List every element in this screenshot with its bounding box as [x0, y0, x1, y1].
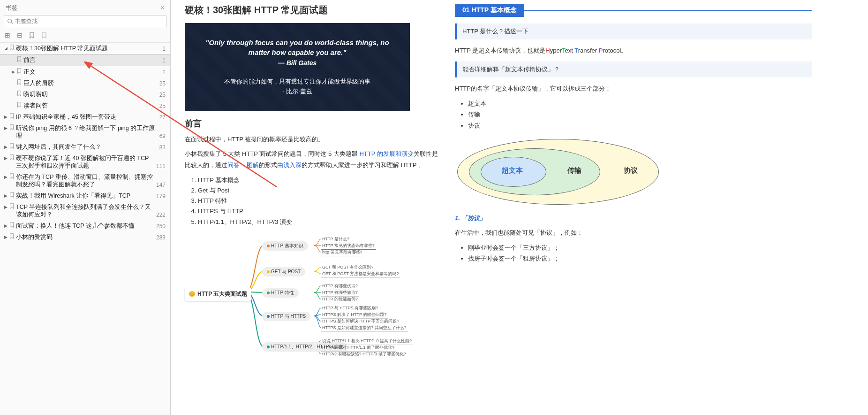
bookmark-ribbon-icon	[17, 56, 22, 62]
tree-row[interactable]: 前言1	[0, 54, 170, 66]
article-column-left: 硬核！30张图解 HTTP 常见面试题 "Only through focus …	[171, 0, 452, 415]
tree-row[interactable]: ▶硬不硬你说了算！近 40 张图解被问千百遍的 TCP 三次握手和四次挥手面试题…	[0, 153, 170, 171]
chevron-icon[interactable]: ▶	[3, 233, 8, 241]
tree-label: 硬不硬你说了算！近 40 张图解被问千百遍的 TCP 三次握手和四次挥手面试题	[16, 154, 153, 169]
tree-label: 你还在为 TCP 重传、滑动窗口、流量控制、拥塞控制发愁吗？看完图解就不愁了	[16, 173, 153, 188]
tree-page-number: 111	[156, 163, 166, 169]
subheading-1: 1. 「协议」	[455, 213, 812, 223]
list-item: 超文本	[468, 98, 812, 109]
tree-label: 键入网址后，其间发生了什么？	[16, 143, 157, 151]
chevron-icon[interactable]: ◢	[3, 45, 8, 52]
bookmark-ribbon-icon	[9, 124, 14, 130]
close-icon[interactable]: ×	[160, 4, 165, 12]
mindmap-leaf: GET 和 POST 方法都是安全和幂等的吗?	[321, 270, 400, 278]
tree-row[interactable]: ▶正文2	[0, 66, 170, 77]
tree-row[interactable]: ▶面试官：换人！他连 TCP 这几个参数都不懂250	[0, 220, 170, 231]
hero-quote-image: "Only through focus can you do world-cla…	[185, 23, 410, 111]
answer-list-1: 超文本传输协议	[455, 98, 812, 131]
answer-para-2: HTTP的名字「超文本协议传输」，它可以拆成三个部分：	[455, 83, 812, 94]
banner-line	[524, 10, 812, 11]
chevron-icon[interactable]: ▶	[3, 154, 8, 162]
sidebar-toolbar: ⊞ ⊟	[0, 30, 170, 43]
list-item: 刚毕业时会签一个「三方协议」；	[468, 242, 812, 253]
main-content: 硬核！30张图解 HTTP 常见面试题 "Only through focus …	[171, 0, 868, 415]
article-title: 硬核！30张图解 HTTP 常见面试题	[185, 4, 438, 16]
tree-label: IP 基础知识全家桶，45 张图一套带走	[16, 113, 157, 121]
venn-diagram: 超文本 传输 协议	[455, 137, 661, 207]
mindmap-image: 😊HTTP 五大类面试题HTTP 基本知识HTTP 是什么?HTTP 常见的状态…	[185, 232, 410, 354]
tree-label: 读者问答	[23, 102, 157, 109]
tree-page-number: 250	[156, 223, 166, 230]
mindmap-branch: HTTP 与 HTTPS	[262, 312, 310, 321]
quote-chinese: 不管你的能力如何，只有透过专注你才能做世界级的事 - 比尔·盖兹	[224, 77, 370, 97]
tree-page-number: 147	[156, 182, 166, 188]
venn-label-3: 协议	[624, 166, 638, 175]
mindmap-root: 😊HTTP 五大类面试题	[185, 287, 251, 301]
venn-label-1: 超文本	[502, 166, 523, 175]
bookmark-ribbon-icon	[9, 203, 14, 209]
tree-page-number: 1	[162, 57, 166, 64]
venn-label-2: 传输	[567, 166, 581, 175]
chevron-icon[interactable]: ▶	[3, 173, 8, 181]
tree-row[interactable]: ▶听说你 ping 用的很 6 ？给我图解一下 ping 的工作原理69	[0, 123, 170, 141]
bookmark-ribbon-icon	[9, 45, 14, 50]
answer-list-2: 刚毕业时会签一个「三方协议」；找房子时会签一个「租房协议」；	[455, 242, 812, 264]
sidebar-header: 书签 ×	[0, 0, 170, 15]
chevron-icon[interactable]: ▶	[10, 68, 16, 76]
bookmark-ribbon-icon	[9, 192, 14, 198]
tree-row[interactable]: ▶键入网址后，其间发生了什么？83	[0, 141, 170, 153]
quote-english: "Only through focus can you do world-cla…	[199, 38, 396, 57]
bookmark-ribbon-icon	[17, 102, 22, 108]
bookmark-icon[interactable]	[29, 32, 35, 39]
list-item: HTTP/1.1、HTTP/2、HTTP/3 演变	[198, 217, 438, 227]
chevron-icon[interactable]: ▶	[3, 143, 8, 151]
tree-page-number: 27	[159, 114, 166, 121]
svg-point-0	[8, 19, 12, 23]
chevron-icon[interactable]: ▶	[3, 113, 8, 121]
para-3: 在生活中，我们也能随处可见「协议」，例如：	[455, 227, 812, 238]
bookmarks-sidebar: 书签 × ⊞ ⊟ ◢硬核！30张图解 HTTP 常见面试题1前言1▶正文2巨人的…	[0, 0, 171, 415]
toolbar-icon-1[interactable]: ⊞	[5, 32, 10, 39]
tree-row[interactable]: ▶你还在为 TCP 重传、滑动窗口、流量控制、拥塞控制发愁吗？看完图解就不愁了1…	[0, 171, 170, 190]
tree-row[interactable]: 巨人的肩膀25	[0, 77, 170, 89]
toolbar-icon-2[interactable]: ⊟	[17, 32, 23, 39]
section-banner: 01 HTTP 基本概念	[455, 4, 812, 17]
tree-row[interactable]: ▶TCP 半连接队列和全连接队列满了会发生什么？又该如何应对？222	[0, 201, 170, 220]
bookmark-outline-icon[interactable]	[41, 32, 47, 39]
mindmap-leaf: HTTP 的性能如何?	[321, 296, 359, 303]
tree-row[interactable]: 读者问答25	[0, 100, 170, 111]
tree-label: 巨人的肩膀	[23, 79, 157, 87]
tree-page-number: 179	[156, 193, 166, 200]
question-block-2: 能否详细解释「超文本传输协议」？	[455, 61, 812, 77]
mindmap-branch: HTTP 特性	[262, 288, 299, 298]
tree-label: 正文	[23, 68, 159, 76]
list-item: 协议	[468, 120, 812, 131]
tree-row[interactable]: ◢硬核！30张图解 HTTP 常见面试题1	[0, 43, 170, 54]
search-box[interactable]	[4, 15, 166, 27]
preface-ordered-list: HTTP 基本概念Get 与 PostHTTP 特性HTTPS 与 HTTPHT…	[185, 175, 438, 227]
preface-para-2: 小林我搜集了 5 大类 HTTP 面试常问的题目，同时这 5 大类题跟 HTTP…	[185, 148, 438, 170]
tree-row[interactable]: ▶小林的赞赏码289	[0, 231, 170, 243]
chevron-icon[interactable]: ▶	[3, 124, 8, 132]
tree-row[interactable]: ▶实战！我用 Wireshark 让你「看得见」TCP179	[0, 190, 170, 201]
search-wrap	[0, 15, 170, 30]
chevron-icon[interactable]: ▶	[3, 203, 8, 211]
mindmap-branch: HTTP 基本知识	[262, 241, 308, 251]
svg-line-1	[11, 22, 13, 23]
chevron-icon[interactable]: ▶	[3, 222, 8, 230]
tree-label: 唠叨唠叨	[23, 91, 157, 98]
tree-row[interactable]: 唠叨唠叨25	[0, 89, 170, 100]
tree-row[interactable]: ▶IP 基础知识全家桶，45 张图一套带走27	[0, 111, 170, 123]
chevron-icon[interactable]: ▶	[3, 192, 8, 200]
tree-page-number: 69	[159, 133, 166, 139]
bookmark-ribbon-icon	[9, 173, 14, 179]
tree-page-number: 2	[162, 69, 166, 76]
list-item: 找房子时会签一个「租房协议」；	[468, 253, 812, 264]
bookmark-tree[interactable]: ◢硬核！30张图解 HTTP 常见面试题1前言1▶正文2巨人的肩膀25唠叨唠叨2…	[0, 43, 170, 415]
search-input[interactable]	[15, 18, 163, 24]
search-icon	[7, 18, 13, 24]
bookmark-ribbon-icon	[9, 154, 14, 160]
tree-page-number: 25	[159, 92, 166, 98]
mindmap-leaf: http 常见字段有哪些?	[321, 249, 364, 256]
tree-page-number: 25	[159, 103, 166, 109]
